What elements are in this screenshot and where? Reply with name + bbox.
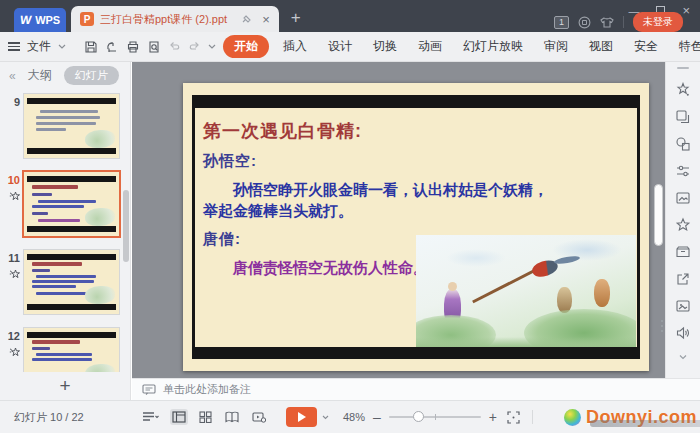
fit-to-window-icon[interactable]: [507, 411, 520, 424]
new-tab-button[interactable]: +: [291, 8, 301, 28]
notes-placeholder[interactable]: 单击此处添加备注: [163, 382, 251, 397]
tab-strip: W WPS P 三打白骨精ppt课件 (2).ppt × +: [0, 6, 301, 32]
resource-box-icon[interactable]: [675, 244, 691, 260]
zoom-slider-tick: [435, 414, 436, 420]
ribbon-tab-animation[interactable]: 动画: [411, 35, 449, 58]
slide-sorter-view-button[interactable]: [197, 409, 214, 425]
settings-sliders-icon[interactable]: [675, 163, 691, 179]
export-pdf-icon[interactable]: [105, 40, 119, 54]
share-icon[interactable]: [675, 271, 691, 287]
ribbon-tab-insert[interactable]: 插入: [276, 35, 314, 58]
zoom-slider[interactable]: [389, 416, 481, 418]
file-menu[interactable]: 文件: [27, 38, 51, 55]
slide-number: 11: [8, 252, 20, 264]
thumbnail-preview[interactable]: [24, 94, 119, 158]
downyi-watermark: Downyi.com: [564, 407, 697, 428]
normal-view-button[interactable]: [170, 409, 188, 425]
slide-thumbnail-11[interactable]: 11: [0, 245, 130, 323]
redo-icon[interactable]: [188, 41, 201, 53]
window-count-badge[interactable]: 1: [554, 16, 569, 29]
picture-tools-icon[interactable]: [675, 298, 691, 314]
ppt-file-icon: P: [80, 12, 94, 26]
play-options-chevron-icon[interactable]: [322, 415, 329, 420]
slide-number: 10: [8, 174, 20, 186]
slides-tab[interactable]: 幻灯片: [64, 66, 119, 85]
slide-thumbnail-12[interactable]: 12: [0, 323, 130, 372]
window-close-button[interactable]: ×: [682, 3, 690, 18]
slide-counter: 幻灯片 10 / 22: [14, 410, 132, 425]
wps-home-tab[interactable]: W WPS: [14, 8, 66, 32]
titlebar: W WPS P 三打白骨精ppt课件 (2).ppt × + — × 1: [0, 0, 700, 32]
notes-toggle-icon[interactable]: [140, 409, 161, 425]
slide-canvas: 第一次遇见白骨精: 孙悟空: 孙悟空睁开火眼金睛一看，认出村姑是个妖精，举起金箍…: [132, 62, 665, 378]
skin-icon[interactable]: [600, 16, 614, 29]
thumbnail-preview[interactable]: [24, 172, 119, 236]
ribbon-tab-slideshow[interactable]: 幻灯片放映: [456, 35, 530, 58]
zoom-level[interactable]: 48%: [343, 411, 365, 423]
reading-view-button[interactable]: [223, 409, 241, 425]
animation-star-icon: [9, 347, 20, 357]
shapes-icon[interactable]: [675, 136, 691, 152]
ribbon-tab-design[interactable]: 设计: [321, 35, 359, 58]
zoom-out-button[interactable]: –: [373, 409, 381, 425]
outline-tab[interactable]: 大纲: [28, 67, 52, 84]
canvas-scrollbar[interactable]: [654, 184, 663, 246]
current-slide[interactable]: 第一次遇见白骨精: 孙悟空: 孙悟空睁开火眼金睛一看，认出村姑是个妖精，举起金箍…: [183, 83, 649, 371]
slide-number: 9: [14, 96, 20, 108]
image-panel-icon[interactable]: [675, 190, 691, 206]
ribbon-tab-home[interactable]: 开始: [223, 35, 269, 58]
ribbon-tab-review[interactable]: 审阅: [537, 35, 575, 58]
presenter-view-button[interactable]: [250, 409, 268, 425]
smart-beautify-icon[interactable]: [675, 82, 691, 98]
add-slide-button[interactable]: +: [0, 372, 130, 400]
slide-top-band: [195, 95, 637, 108]
document-tab-title: 三打白骨精ppt课件 (2).ppt: [100, 12, 227, 27]
print-preview-icon[interactable]: [147, 40, 161, 54]
slide-thumbnail-10-selected[interactable]: 10: [0, 167, 130, 245]
pin-icon[interactable]: [241, 14, 252, 25]
file-menu-chevron-icon[interactable]: [58, 44, 66, 49]
wps-label: WPS: [35, 14, 60, 26]
save-icon[interactable]: [84, 40, 98, 54]
slide-body-wukong[interactable]: 孙悟空睁开火眼金睛一看，认出村姑是个妖精，举起金箍棒当头就打。: [203, 179, 555, 221]
layout-icon[interactable]: [675, 109, 691, 125]
wps-presentation-window: W WPS P 三打白骨精ppt课件 (2).ppt × + — × 1: [0, 0, 700, 433]
sidebar-scrollbar[interactable]: [123, 190, 129, 262]
document-tab[interactable]: P 三打白骨精ppt课件 (2).ppt ×: [71, 6, 279, 32]
collapse-panel-icon[interactable]: «: [9, 69, 16, 83]
animation-star-icon: [9, 191, 20, 201]
menu-icon[interactable]: [8, 42, 20, 51]
statusbar-divider: [532, 410, 533, 424]
zoom-in-button[interactable]: +: [489, 409, 497, 425]
titlebar-divider: [623, 16, 624, 28]
titlebar-right-cluster: 1 未登录: [554, 14, 683, 30]
print-icon[interactable]: [126, 40, 140, 54]
slide-thumbnail-9[interactable]: 9: [0, 89, 130, 167]
right-toolbar: [665, 62, 700, 400]
toolbar-more-chevron-icon[interactable]: [208, 44, 216, 49]
panel-drag-dots[interactable]: [661, 320, 663, 332]
audio-speaker-icon[interactable]: [675, 325, 691, 341]
ribbon-tab-features[interactable]: 特色应: [672, 35, 700, 58]
zoom-slider-knob[interactable]: [413, 411, 424, 422]
play-slideshow-button[interactable]: [286, 407, 317, 427]
sync-chevron-icon[interactable]: [678, 352, 688, 362]
docer-icon[interactable]: [578, 16, 591, 29]
slide-bottom-band: [195, 347, 637, 359]
ribbon-tab-security[interactable]: 安全: [627, 35, 665, 58]
notes-bar[interactable]: 单击此处添加备注: [132, 378, 700, 400]
slide-frame: 第一次遇见白骨精: 孙悟空: 孙悟空睁开火眼金睛一看，认出村姑是个妖精，举起金箍…: [192, 95, 640, 359]
watermark-subtext: [590, 420, 700, 427]
ribbon-tab-view[interactable]: 视图: [582, 35, 620, 58]
slide-heading-wukong[interactable]: 孙悟空:: [203, 152, 627, 171]
thumbnail-preview[interactable]: [24, 250, 119, 314]
slide-title[interactable]: 第一次遇见白骨精:: [203, 119, 627, 143]
undo-icon[interactable]: [168, 41, 181, 53]
tab-close-icon[interactable]: ×: [262, 12, 270, 27]
ribbon-tab-transition[interactable]: 切换: [366, 35, 404, 58]
panel-handle[interactable]: [677, 67, 689, 69]
thumbnail-preview[interactable]: [24, 328, 119, 372]
favorites-star-icon[interactable]: [675, 217, 691, 233]
login-button[interactable]: 未登录: [633, 12, 683, 32]
wps-logo-icon: W: [19, 13, 32, 27]
